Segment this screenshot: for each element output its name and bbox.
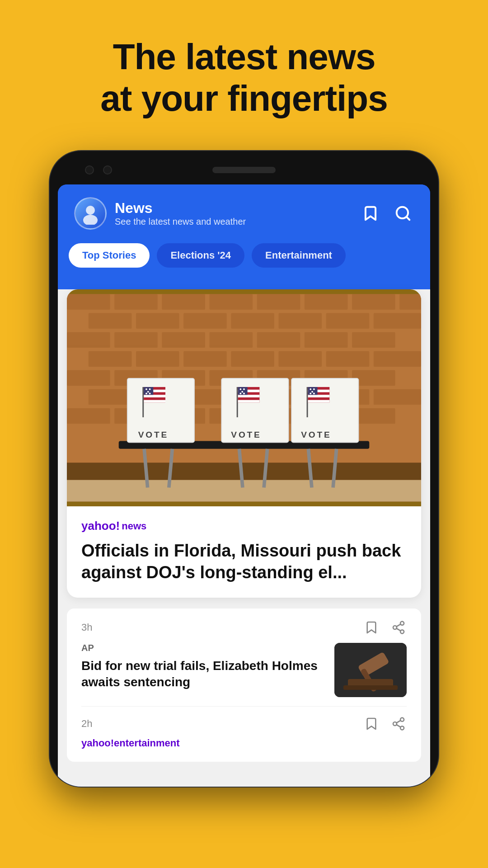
svg-point-1 [83,215,98,225]
bookmark-action[interactable] [363,619,380,636]
svg-rect-30 [231,351,274,367]
share-bottom[interactable] [390,716,407,732]
svg-rect-61 [142,387,144,417]
search-icon [394,205,412,222]
app-subtitle: See the latest news and weather [115,217,246,227]
avatar-image [79,202,102,225]
page-root: The latest news at your fingertips [0,0,488,787]
svg-line-107 [396,624,400,627]
svg-rect-8 [210,294,253,310]
share-action[interactable] [390,619,407,636]
svg-rect-94 [308,395,330,397]
svg-rect-6 [114,294,158,310]
front-camera-right [103,165,112,175]
svg-rect-48 [67,408,110,424]
svg-rect-47 [374,389,421,405]
svg-rect-10 [305,294,348,310]
svg-point-0 [86,206,95,215]
svg-point-67 [145,388,147,390]
svg-rect-66 [144,387,153,395]
svg-rect-29 [183,351,227,367]
svg-rect-17 [278,313,322,329]
svg-point-100 [310,393,311,395]
svg-point-69 [147,391,149,393]
article-time: 3h [81,622,92,633]
svg-rect-20 [67,332,110,348]
svg-point-101 [313,393,315,395]
svg-rect-81 [238,387,248,395]
avatar [74,197,107,230]
header-icons [360,203,414,224]
front-camera-left [85,165,94,175]
svg-rect-95 [308,400,330,403]
svg-point-84 [241,391,243,393]
yahoo-logo: yahoo! [81,519,120,533]
header-left: News See the latest news and weather [74,197,246,230]
svg-rect-11 [352,294,395,310]
svg-rect-5 [67,294,110,310]
svg-line-116 [396,725,400,727]
entertainment-source: yahoo!entertainment [81,732,407,751]
svg-rect-112 [343,685,398,690]
svg-rect-19 [374,313,421,329]
tab-elections[interactable]: Elections '24 [157,243,244,268]
hero-title: The latest news at your fingertips [27,36,461,119]
gavel-icon [334,643,407,697]
svg-line-106 [396,628,400,631]
svg-rect-31 [278,351,322,367]
bookmark-icon-2 [364,717,379,731]
hero-section: The latest news at your fingertips [0,0,488,142]
svg-rect-9 [257,294,300,310]
svg-point-99 [311,391,313,393]
bookmark-bottom[interactable] [363,716,380,732]
tab-top-stories[interactable]: Top Stories [69,243,150,268]
svg-text:VOTE: VOTE [138,430,169,439]
svg-rect-7 [162,294,205,310]
svg-point-86 [243,393,245,395]
entertainment-source-label: yahoo!entertainment [81,737,180,749]
svg-rect-33 [374,351,421,367]
phone-speaker [212,167,276,173]
phone-notch [58,159,430,181]
share-icon [391,620,406,635]
svg-rect-14 [136,313,179,329]
svg-rect-25 [305,332,348,348]
svg-point-68 [149,388,151,390]
svg-rect-16 [231,313,274,329]
phone-mockup: News See the latest news and weather [0,151,488,787]
svg-rect-96 [308,387,318,395]
svg-rect-21 [114,332,158,348]
svg-rect-76 [237,387,238,417]
content-area: VOTE [58,289,430,787]
tabs-bar: Top Stories Elections '24 Entertainment [58,239,430,278]
article-top-bar: 3h [81,619,407,636]
secondary-article-card[interactable]: 3h [67,609,421,762]
svg-rect-23 [210,332,253,348]
svg-point-83 [243,388,245,390]
source-label: yahoo! news [81,519,407,533]
article-headline: Officials in Florida, Missouri push back… [81,540,407,583]
bookmark-icon [364,620,379,635]
article-content: AP Bid for new trial fails, Elizabeth Ho… [81,643,407,697]
header-text: News See the latest news and weather [115,200,246,227]
source-name: news [122,520,146,532]
search-button[interactable] [392,203,414,224]
app-name: News [115,200,246,217]
svg-rect-22 [162,332,205,348]
share-icon-2 [391,717,406,731]
phone-screen: News See the latest news and weather [58,184,430,787]
article-bottom: 2h [81,706,407,732]
svg-rect-56 [67,480,421,502]
svg-rect-34 [67,370,110,386]
tab-entertainment[interactable]: Entertainment [252,243,346,268]
svg-rect-41 [89,389,132,405]
secondary-headline: Bid for new trial fails, Elizabeth Holme… [81,658,324,691]
svg-text:VOTE: VOTE [231,430,261,439]
main-article-card[interactable]: VOTE [67,289,421,598]
voting-booth-scene: VOTE [67,289,421,506]
phone-body: News See the latest news and weather [50,151,438,787]
svg-rect-28 [136,351,179,367]
article-image: VOTE [67,289,421,506]
bookmark-button[interactable] [360,203,381,224]
article-body: yahoo! news Officials in Florida, Missou… [67,506,421,598]
